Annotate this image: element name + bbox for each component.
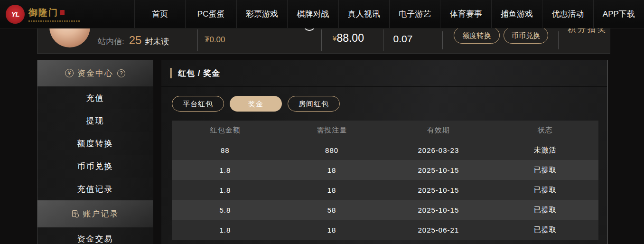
- sidebar-section-funds-center[interactable]: ¥ 资金中心 ?: [37, 60, 153, 86]
- cell-validity: 2025-06-21: [385, 220, 492, 240]
- cell-status: 已提取: [492, 200, 598, 220]
- nav-menu: 首页 PC蛋蛋 彩票游戏 棋牌对战 真人视讯 电子游艺 体育赛事 捕鱼游戏 优惠…: [134, 0, 644, 28]
- cell-validity: 2026-03-23: [385, 140, 492, 160]
- table-row: 5.8 58 2025-10-15 已提取: [172, 200, 598, 220]
- divider: [383, 29, 383, 51]
- brand-logo[interactable]: YL 御隆门: [0, 0, 134, 28]
- sidebar-item-withdraw[interactable]: 提现: [37, 109, 153, 132]
- sidebar-item-deposit[interactable]: 充值: [37, 86, 153, 109]
- sidebar-item-quota-transfer[interactable]: 额度转换: [37, 132, 153, 155]
- divider: [197, 29, 198, 51]
- inbox-status[interactable]: 站内信: 25 封未读: [98, 34, 169, 47]
- currency-exchange-icon: ¥: [65, 69, 74, 77]
- nav-item-board-games[interactable]: 棋牌对战: [287, 0, 338, 28]
- sidebar-item-deposit-records[interactable]: 充值记录: [37, 178, 153, 200]
- inbox-unread-count: 25: [129, 34, 142, 47]
- cell-validity: 2025-10-15: [385, 200, 492, 220]
- table-row: 1.8 18 2025-10-15 已提取: [172, 180, 598, 200]
- column-header-wager-required: 需投注量: [279, 121, 385, 140]
- sidebar-item-coin-exchange[interactable]: 币币兑换: [37, 155, 153, 178]
- nav-item-live-casino[interactable]: 真人视讯: [338, 0, 389, 28]
- table-header-row: 红包金额 需投注量 有效期 状态: [172, 121, 598, 140]
- cell-amount: 5.8: [172, 200, 279, 220]
- main-panel: 红包 / 奖金 平台红包 奖金 房间红包 红包金额 需投注量 有效期 状态 88…: [161, 60, 608, 244]
- cell-status: 已提取: [492, 160, 598, 180]
- usdt-balance: ₮0.00: [205, 35, 225, 45]
- points-balance: 0.07: [386, 33, 420, 45]
- table-row: 1.8 18 2025-10-15 已提取: [172, 160, 598, 180]
- logo-text: 御隆门: [28, 7, 80, 22]
- coin-exchange-button[interactable]: 币币兑换: [504, 27, 548, 44]
- column-header-amount: 红包金额: [172, 121, 279, 140]
- logo-seal-icon: [60, 10, 65, 15]
- divider: [321, 29, 322, 51]
- brand-name: 御隆门: [28, 7, 58, 19]
- cell-status: 未激活: [492, 140, 598, 160]
- cell-validity: 2025-10-15: [385, 160, 492, 180]
- nav-item-home[interactable]: 首页: [134, 0, 185, 28]
- balance-amount: 88.00: [336, 32, 364, 44]
- quota-transfer-button[interactable]: 额度转换: [454, 27, 500, 44]
- help-icon[interactable]: ?: [117, 69, 125, 77]
- column-header-status: 状态: [492, 121, 598, 140]
- bonus-table: 红包金额 需投注量 有效期 状态 88 880 2026-03-23 未激活 1…: [172, 121, 598, 240]
- main-balance: ¥88.00: [322, 32, 374, 45]
- inbox-label: 站内信:: [98, 36, 124, 47]
- nav-item-electronic-games[interactable]: 电子游艺: [389, 0, 440, 28]
- tab-room-redpacket[interactable]: 房间红包: [288, 96, 340, 112]
- nav-item-promotions[interactable]: 优惠活动: [542, 0, 593, 28]
- sidebar-section-account-records[interactable]: 账户记录: [37, 200, 153, 227]
- table-row: 88 880 2026-03-23 未激活: [172, 140, 598, 160]
- nav-item-fishing-games[interactable]: 捕鱼游戏: [491, 0, 542, 28]
- ledger-icon: [72, 210, 79, 218]
- title-accent-bar: [170, 68, 172, 78]
- divider: [442, 31, 443, 49]
- cell-amount: 1.8: [172, 160, 279, 180]
- divider: [558, 31, 559, 49]
- cell-status: 已提取: [492, 180, 598, 200]
- page-title: 红包 / 奖金: [178, 68, 220, 79]
- nav-item-lottery-games[interactable]: 彩票游戏: [236, 0, 287, 28]
- sidebar-section-title: 账户记录: [83, 208, 119, 219]
- cell-amount: 1.8: [172, 220, 279, 240]
- bonus-tabs: 平台红包 奖金 房间红包: [172, 96, 607, 112]
- cell-validity: 2025-10-15: [385, 180, 492, 200]
- cell-amount: 88: [172, 140, 279, 160]
- logo-subtitle-decoration: [28, 20, 80, 22]
- logo-monogram-icon: YL: [6, 5, 25, 24]
- cell-wager: 58: [279, 200, 385, 220]
- cell-amount: 1.8: [172, 180, 279, 200]
- sidebar-section-title: 资金中心: [77, 68, 113, 79]
- cell-wager: 18: [279, 220, 385, 240]
- tab-platform-redpacket[interactable]: 平台红包: [172, 96, 224, 112]
- column-header-validity: 有效期: [385, 121, 492, 140]
- nav-item-sports[interactable]: 体育赛事: [440, 0, 491, 28]
- top-navigation: YL 御隆门 首页 PC蛋蛋 彩票游戏 棋牌对战 真人视讯 电子游艺 体育赛事 …: [0, 0, 644, 28]
- table-row: 1.8 18 2025-06-21 已提取: [172, 220, 598, 240]
- inbox-unread-suffix: 封未读: [145, 36, 169, 47]
- cell-wager: 18: [279, 180, 385, 200]
- sidebar-item-fund-transactions[interactable]: 资金交易: [37, 227, 153, 244]
- sidebar: ¥ 资金中心 ? 充值 提现 额度转换 币币兑换 充值记录 账户记录 资金交易: [37, 60, 153, 244]
- nav-item-pc-egg[interactable]: PC蛋蛋: [185, 0, 236, 28]
- cell-status: 已提取: [492, 220, 598, 240]
- tab-bonus[interactable]: 奖金: [230, 96, 282, 112]
- cell-wager: 880: [279, 140, 385, 160]
- nav-item-app-download[interactable]: APP下载: [593, 0, 644, 28]
- cell-wager: 18: [279, 160, 385, 180]
- panel-header: 红包 / 奖金: [161, 60, 607, 87]
